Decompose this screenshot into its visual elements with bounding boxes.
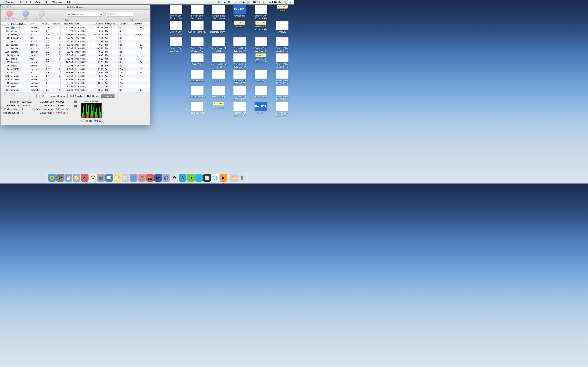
desktop-icon[interactable]: Screen Shot 2013…0 PM [208, 5, 229, 20]
table-row[interactable]: 9200mdworkerdenverdi0.0417.3 MBIntel (64… [1, 78, 150, 81]
desktop-icon[interactable]: Screen Shot 2013…1 AM [187, 37, 208, 52]
dock-app[interactable]: 📝 [113, 174, 121, 182]
window-traffic-lights[interactable] [2, 6, 12, 8]
menu-item[interactable]: File [16, 1, 24, 4]
sample-process-button[interactable]: Sample Process [35, 10, 49, 22]
dock-app[interactable]: 📅 [89, 174, 97, 182]
status-icon[interactable]: ✦ [212, 1, 216, 4]
col-name[interactable]: Process Name [10, 22, 29, 26]
col-user[interactable]: User [29, 22, 41, 26]
table-row[interactable]: 62netbiosd_netbios0.04992 KBIntel (64 bi… [1, 81, 150, 85]
desktop-icon[interactable]: SkypeExtra [187, 53, 208, 68]
desktop-icon[interactable]: TwitterHelpMeSkyDrive [208, 37, 229, 52]
desktop-icon[interactable]: Screen Shot 2013…7 PM [229, 70, 250, 85]
cloud-icon[interactable]: ☁ [222, 1, 227, 4]
desktop-icon[interactable]: Screen Shot 2013…6 PM [272, 37, 292, 52]
desktop-icon[interactable]: Kernel 3.10Screen Shot 2013…7 PM [251, 53, 271, 68]
dock-app[interactable]: ⚙ [171, 174, 178, 182]
dock-app[interactable]: 🐦 [195, 174, 203, 182]
dock-app[interactable]: ▶ [220, 174, 227, 182]
twitter-icon[interactable]: 🐦 [216, 1, 222, 4]
col-kind[interactable]: Kind [75, 22, 90, 26]
tab-network[interactable]: Network [101, 94, 114, 98]
dock-app[interactable]: 🎧 [163, 174, 170, 182]
desktop-icon[interactable]: OutlookThankYou [187, 21, 208, 36]
radio-packets[interactable]: Packets [81, 119, 92, 122]
dock-app[interactable]: 🧭 [73, 174, 80, 182]
table-row[interactable]: 9703mdworkerdenverdi0.067.8 MBIntel (64 … [1, 75, 150, 78]
tab-disk-activity[interactable]: Disk Activity [68, 94, 85, 98]
desktop-icon[interactable]: Rev RYLRevRYL [251, 102, 271, 117]
dock-app[interactable]: ✉ [81, 174, 89, 182]
menu-item[interactable]: Help [64, 1, 73, 4]
table-row[interactable]: 197iTunes H…denverdi0.04892 KBIntel (64 … [1, 29, 150, 33]
desktop-icon[interactable]: Screen Shot 2013…0 PM [229, 102, 250, 117]
menu-item[interactable]: View [33, 1, 43, 4]
desktop-icon[interactable]: Screen Shot 2013…6 PM [229, 37, 250, 52]
dock-app[interactable]: 💬 [105, 174, 113, 182]
volume-icon[interactable]: 🔊 [246, 1, 251, 4]
clock-icon[interactable]: 🕐 [231, 1, 237, 4]
desktop-icon[interactable]: Screen Shot 2013…6 AM [187, 5, 208, 20]
menu-app[interactable]: Finder [4, 1, 16, 4]
desktop-icon[interactable]: Screen Shot 2013…4 AM [166, 5, 186, 20]
desktop-icon[interactable]: Screen Shot 2013…5 PM [166, 37, 186, 52]
desktop-icon[interactable]: Screen Shot 2013…8 PM [272, 53, 292, 68]
desktop-icon[interactable]: EmailOutlook.png [187, 86, 208, 101]
radio-data[interactable]: Data [94, 119, 102, 122]
screen-icon[interactable]: ⧉ [227, 1, 231, 4]
desktop-icon[interactable]: Screen Shot 2013…8 PM [272, 70, 292, 85]
menu-item[interactable]: Go [43, 1, 50, 4]
desktop-icon[interactable]: android_motherboa…0.jpg [208, 53, 229, 68]
dock-app[interactable]: 🛍 [154, 174, 162, 182]
dock-app[interactable]: 📋 [65, 174, 72, 182]
tab-system-memory[interactable]: System Memory [46, 94, 68, 98]
wifi-icon[interactable]: ◉ [241, 1, 246, 4]
desktop-icon[interactable]: Screen Shot 2013…6 AM [166, 21, 186, 36]
desktop-icon[interactable]: Rev RYLfavicon.ico [229, 5, 250, 20]
dock-app[interactable]: 📈 [203, 174, 211, 182]
table-row[interactable]: 215lsboxddenverdi0.032.1 MBIntel (64 bit… [1, 64, 150, 67]
bluetooth-icon[interactable]: ᚼ [237, 1, 241, 4]
dock-app[interactable]: µ [187, 174, 195, 182]
menu-item[interactable]: Edit [24, 1, 33, 4]
dock-app[interactable]: ⚙ [56, 174, 64, 182]
desktop-icon[interactable]: SkyDriveExtra [187, 70, 208, 85]
desktop-icon[interactable]: ArdIDE [272, 21, 292, 36]
table-row[interactable]: 0kernel_taskroot1.7971.42 GBIntel (64 bi… [1, 33, 150, 36]
desktop-icon[interactable]: SideGames [251, 86, 271, 101]
dock-app[interactable]: ⬜ [122, 174, 130, 182]
desktop-icon[interactable]: Kernel 3.10.1k3-10-1 [229, 21, 250, 36]
desktop-icon[interactable]: Screen Shot 2013…3 AM [272, 102, 292, 117]
window-titlebar[interactable]: Activity Monitor [1, 5, 150, 9]
desktop-icon[interactable]: Screen Shot 2013…4 PM [229, 86, 250, 101]
inspect-button[interactable]: Inspect [18, 10, 33, 20]
desktop-icon[interactable]: Kernel 3.9.53.9.5 [272, 5, 292, 20]
desktop-icon[interactable]: RYL640.png [208, 86, 229, 101]
desktop-icon[interactable]: PicEmailOutlook [187, 102, 208, 117]
col-rcvd[interactable]: Rcvd M [131, 22, 143, 26]
filter-search-input[interactable] [105, 12, 134, 17]
col-cpu[interactable]: % CPU [41, 22, 50, 26]
col-sandbox[interactable]: Sandbox [119, 22, 131, 26]
table-row[interactable]: 63mdsroot0.5785.3 MBIntel (64 bit)8:26.8… [1, 71, 150, 75]
battery-icon[interactable]: 🔋 [261, 1, 267, 4]
desktop-icon[interactable]: HelpMeSkydrive [208, 21, 229, 36]
dock-app[interactable]: 📁 [230, 174, 238, 182]
dock-app[interactable]: 🎵 [138, 174, 146, 182]
tab-disk-usage[interactable]: Disk Usage [85, 94, 101, 98]
table-row[interactable]: 107networkd_network0.021.0 MBIntel (64 b… [1, 88, 150, 92]
desktop-icon[interactable]: Kernel 3.10.1krnl 3-10-1 [208, 102, 229, 117]
dock-app[interactable]: 😀 [48, 174, 56, 182]
table-row[interactable]: 127logindroot0.02460 KBIntel (64 bit)0.1… [1, 57, 150, 60]
table-row[interactable]: 9568launchd_spotligh0.02952 KBIntel (64 … [1, 50, 150, 54]
table-row[interactable]: 67loginwin…denverdi0.0214.2 MBIntel (64 … [1, 60, 150, 64]
status-icon[interactable]: ✈ [207, 1, 212, 4]
col-sudden[interactable]: Sudden Term. [104, 22, 119, 26]
desktop-icon[interactable]: SideSky [251, 70, 271, 85]
dock-app[interactable]: 🌐 [212, 174, 219, 182]
col-pid[interactable]: PID [1, 22, 10, 26]
menu-item[interactable]: Window [50, 1, 64, 4]
table-row[interactable]: 68locationd_location0.071.2 MBIntel (64 … [1, 54, 150, 57]
table-row[interactable]: 1launchdroot0.032.0 MBIntel (64 bit)4:47… [1, 47, 150, 50]
